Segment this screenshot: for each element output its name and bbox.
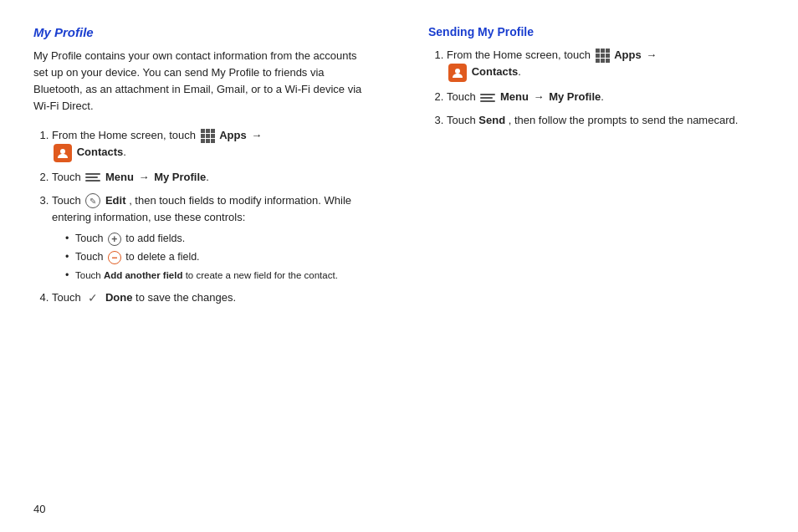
bullet2-touch: Touch	[75, 251, 106, 263]
left-steps-list: From the Home screen, touch Apps → Conta…	[33, 127, 370, 307]
right-steps-list: From the Home screen, touch Apps → Conta…	[428, 47, 765, 129]
arrow2: →	[139, 171, 153, 183]
left-step-4: Touch ✓ Done to save the changes.	[52, 289, 370, 306]
page-number: 40	[33, 503, 45, 515]
minus-icon: −	[108, 251, 121, 264]
done-label: Done	[105, 291, 133, 304]
right-step-3: Touch Send , then follow the prompts to …	[447, 112, 765, 129]
rstep3-text: , then follow the prompts to send the na…	[509, 114, 739, 126]
step4-text: to save the changes.	[136, 291, 236, 304]
plus-icon: +	[108, 233, 121, 246]
contacts-label-1: Contacts	[77, 146, 124, 158]
svg-point-0	[60, 149, 65, 154]
svg-point-1	[455, 69, 460, 74]
rmenu-label: Menu	[500, 90, 529, 103]
bullet-2: Touch − to delete a field.	[65, 249, 370, 265]
done-icon: ✓	[85, 291, 100, 306]
apps-grid-icon-r	[596, 49, 610, 63]
bullet1-text: to add fields.	[125, 233, 185, 244]
menu-label-1: Menu	[105, 171, 134, 183]
rmyprofile-label: My Profile	[549, 90, 601, 103]
rarrow1: →	[646, 49, 657, 61]
right-step-1: From the Home screen, touch Apps → Conta…	[447, 47, 765, 82]
rsend-label: Send	[478, 114, 505, 126]
contacts-icon	[54, 144, 72, 162]
bullet-1: Touch + to add fields.	[65, 231, 370, 247]
page-layout: My Profile My Profile contains your own …	[33, 25, 765, 314]
rcontacts-icon	[448, 64, 467, 82]
rperiod1: .	[518, 66, 521, 79]
rapps-label: Apps	[614, 49, 644, 61]
right-section-title: Sending My Profile	[428, 25, 765, 38]
bullet-list: Touch + to add fields. Touch − to delete…	[52, 231, 370, 283]
intro-paragraph: My Profile contains your own contact inf…	[33, 48, 370, 115]
edit-icon: ✎	[85, 193, 100, 208]
period2: .	[206, 171, 209, 183]
period1: .	[123, 146, 126, 158]
step1-text-before: From the Home screen, touch	[52, 129, 199, 141]
left-step-1: From the Home screen, touch Apps → Conta…	[52, 127, 370, 162]
step2-touch: Touch	[52, 171, 84, 183]
rperiod2: .	[601, 90, 604, 103]
rmenu-icon	[480, 91, 495, 105]
edit-label: Edit	[105, 194, 126, 207]
bullet-3: Touch Add another field to create a new …	[65, 268, 370, 284]
arrow1: →	[251, 129, 262, 141]
left-column: My Profile My Profile contains your own …	[33, 25, 386, 314]
rstep3-touch: Touch	[447, 114, 478, 126]
bullet2-text: to delete a field.	[125, 251, 199, 263]
rstep2-touch: Touch	[447, 90, 478, 103]
apps-grid-icon	[201, 129, 215, 143]
right-column: Sending My Profile From the Home screen,…	[420, 25, 765, 314]
left-step-2: Touch Menu → My Profile.	[52, 169, 370, 186]
myprofile-label-1: My Profile	[154, 171, 206, 183]
rarrow2: →	[534, 90, 548, 103]
left-section-title: My Profile	[33, 25, 370, 39]
right-step-2: Touch Menu → My Profile.	[447, 89, 765, 105]
rstep1-text-before: From the Home screen, touch	[447, 49, 594, 61]
bullet1-touch: Touch	[75, 233, 106, 244]
apps-label: Apps	[219, 129, 249, 141]
step4-touch: Touch	[52, 291, 84, 304]
menu-icon-1	[85, 171, 100, 184]
left-step-3: Touch ✎ Edit , then touch fields to modi…	[52, 192, 370, 284]
bullet3-text: Touch Add another field to create a new …	[75, 270, 338, 280]
step3-touch: Touch	[52, 194, 84, 207]
rcontacts-label: Contacts	[472, 66, 519, 79]
